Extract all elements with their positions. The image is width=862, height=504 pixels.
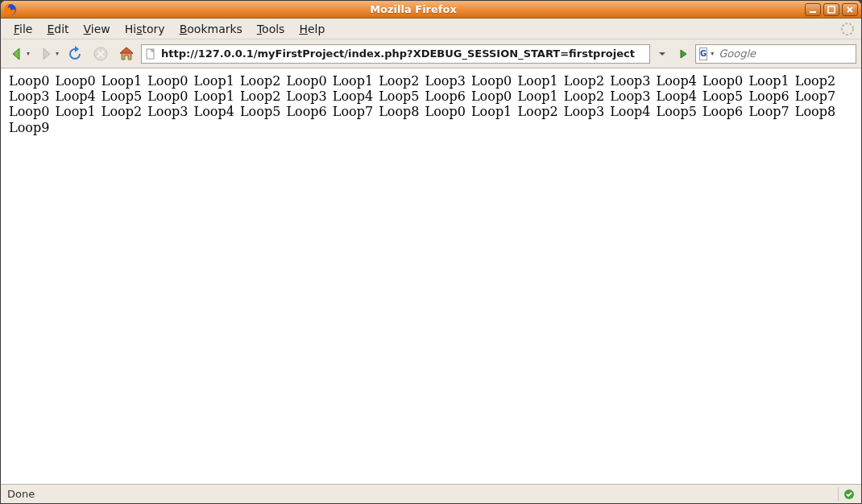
firefox-icon: [4, 3, 17, 16]
statusbar: Done: [1, 484, 861, 503]
stop-button[interactable]: [89, 43, 112, 65]
search-engine-icon[interactable]: G: [699, 48, 707, 60]
window-title: Mozilla Firefox: [22, 3, 805, 15]
url-dropdown[interactable]: [653, 45, 671, 63]
status-text: Done: [7, 488, 836, 500]
statusbar-divider: [838, 487, 839, 502]
menu-history[interactable]: History: [118, 21, 172, 37]
forward-button[interactable]: [35, 43, 57, 65]
url-bar[interactable]: [141, 44, 650, 64]
menu-view[interactable]: View: [77, 21, 117, 37]
close-button[interactable]: [842, 3, 858, 16]
search-engine-dropdown[interactable]: ▾: [711, 50, 714, 57]
menubar: File Edit View History Bookmarks Tools H…: [1, 19, 861, 39]
forward-button-split: ▾: [35, 43, 60, 65]
back-dropdown[interactable]: ▾: [27, 50, 30, 57]
page-content: Loop0 Loop0 Loop1 Loop0 Loop1 Loop2 Loop…: [1, 68, 861, 484]
menu-bookmarks[interactable]: Bookmarks: [173, 21, 249, 37]
stop-icon: [92, 45, 110, 63]
reload-icon: [66, 45, 84, 63]
go-arrow-icon: [677, 48, 690, 60]
page-icon: [145, 48, 156, 60]
back-button-split: ▾: [6, 43, 31, 65]
search-bar[interactable]: G ▾: [695, 44, 856, 64]
activity-throbber-icon: [840, 22, 855, 36]
menu-tools[interactable]: Tools: [251, 21, 292, 37]
forward-arrow-icon: [37, 45, 55, 63]
go-button[interactable]: [674, 45, 692, 63]
chevron-down-icon: [656, 48, 669, 60]
menu-file[interactable]: File: [7, 21, 39, 37]
menu-edit[interactable]: Edit: [40, 21, 75, 37]
window-titlebar: Mozilla Firefox: [1, 1, 861, 19]
back-button[interactable]: [6, 43, 28, 65]
status-ok-icon: [843, 489, 855, 500]
window-controls: [805, 3, 858, 16]
home-button[interactable]: [115, 43, 138, 65]
browser-window: Mozilla Firefox File Edit View History B…: [1, 1, 861, 503]
home-icon: [118, 45, 135, 63]
menu-help[interactable]: Help: [292, 21, 331, 37]
maximize-button[interactable]: [823, 3, 839, 16]
minimize-button[interactable]: [805, 3, 821, 16]
reload-button[interactable]: [64, 43, 86, 65]
navigation-toolbar: ▾ ▾ G ▾: [1, 39, 861, 68]
back-arrow-icon: [8, 45, 26, 63]
svg-rect-1: [810, 11, 816, 13]
url-input[interactable]: [160, 47, 646, 60]
svg-point-3: [842, 23, 853, 35]
search-input[interactable]: [717, 47, 857, 60]
svg-rect-2: [828, 6, 835, 13]
